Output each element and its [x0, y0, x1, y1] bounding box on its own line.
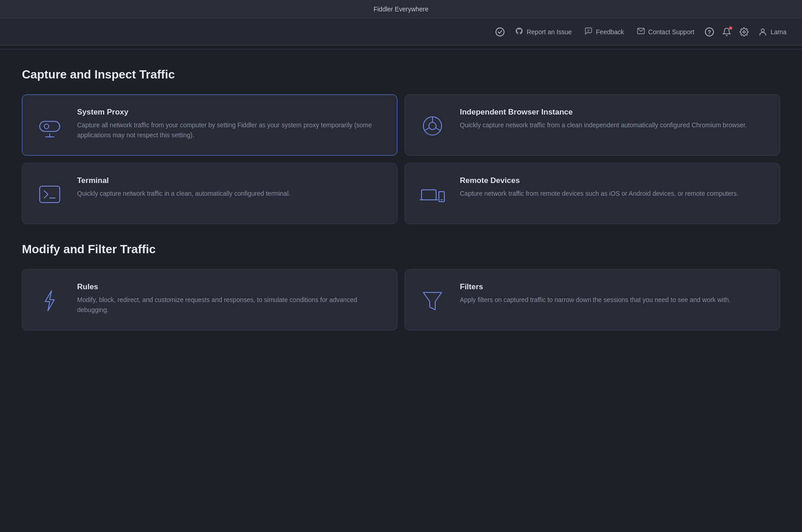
svg-line-16 [436, 128, 440, 130]
rules-desc: Modify, block, redirect, and customize r… [77, 295, 386, 315]
system-proxy-title: System Proxy [77, 108, 386, 117]
svg-line-15 [425, 128, 429, 130]
filters-body: Filters Apply filters on captured traffi… [460, 282, 769, 305]
svg-point-9 [44, 124, 49, 129]
system-proxy-card[interactable]: System Proxy Capture all network traffic… [22, 94, 397, 156]
rules-title: Rules [77, 282, 386, 292]
header-divider [0, 46, 802, 49]
rules-card[interactable]: Rules Modify, block, redirect, and custo… [22, 269, 397, 330]
svg-point-0 [496, 28, 504, 36]
user-menu-button[interactable]: Lama [754, 25, 791, 39]
rules-body: Rules Modify, block, redirect, and custo… [77, 282, 386, 315]
remote-devices-desc: Capture network traffic from remote devi… [460, 189, 769, 199]
filters-icon [416, 284, 449, 317]
feedback-button[interactable]: Feedback [579, 24, 629, 39]
report-issue-label: Report an Issue [526, 28, 572, 36]
contact-support-label: Contact Support [648, 28, 694, 36]
feedback-label: Feedback [596, 28, 624, 36]
svg-text:?: ? [708, 29, 711, 36]
browser-instance-icon [416, 110, 449, 142]
user-icon [758, 27, 767, 37]
svg-rect-19 [422, 190, 436, 200]
check-circle-icon [495, 27, 505, 37]
modify-section-title: Modify and Filter Traffic [22, 242, 780, 256]
browser-instance-title: Independent Browser Instance [460, 108, 769, 117]
remote-devices-body: Remote Devices Capture network traffic f… [460, 176, 769, 199]
status-icon-button[interactable] [492, 24, 508, 40]
user-name: Lama [771, 28, 786, 36]
title-bar: Fiddler Everywhere [0, 0, 802, 18]
terminal-body: Terminal Quickly capture network traffic… [77, 176, 386, 199]
svg-point-13 [429, 122, 436, 130]
svg-point-6 [743, 31, 745, 33]
main-content: Capture and Inspect Traffic System Proxy… [0, 49, 802, 367]
filters-desc: Apply filters on captured traffic to nar… [460, 295, 769, 305]
contact-support-button[interactable]: Contact Support [631, 24, 700, 39]
browser-instance-desc: Quickly capture network traffic from a c… [460, 120, 769, 130]
feedback-icon [584, 27, 593, 37]
header: Report an Issue Feedback Contact Support [0, 18, 802, 46]
notifications-button[interactable] [719, 24, 734, 40]
notification-badge [729, 26, 733, 30]
settings-button[interactable] [736, 24, 752, 40]
mail-icon [637, 27, 645, 37]
terminal-icon [33, 178, 66, 211]
terminal-title: Terminal [77, 176, 386, 185]
capture-section: Capture and Inspect Traffic System Proxy… [22, 68, 780, 224]
report-issue-button[interactable]: Report an Issue [510, 24, 577, 39]
browser-instance-body: Independent Browser Instance Quickly cap… [460, 108, 769, 130]
help-icon: ? [705, 27, 714, 37]
remote-devices-icon [416, 178, 449, 211]
capture-section-title: Capture and Inspect Traffic [22, 68, 780, 82]
rules-icon [33, 284, 66, 317]
app-title: Fiddler Everywhere [374, 5, 429, 13]
system-proxy-desc: Capture all network traffic from your co… [77, 120, 386, 140]
capture-cards-grid: System Proxy Capture all network traffic… [22, 94, 780, 224]
github-icon [515, 27, 523, 37]
terminal-card[interactable]: Terminal Quickly capture network traffic… [22, 163, 397, 224]
remote-devices-card[interactable]: Remote Devices Capture network traffic f… [405, 163, 780, 224]
help-button[interactable]: ? [702, 24, 717, 40]
svg-rect-17 [40, 186, 60, 203]
modify-cards-grid: Rules Modify, block, redirect, and custo… [22, 269, 780, 330]
system-proxy-icon [33, 110, 66, 142]
svg-point-7 [761, 29, 765, 32]
svg-rect-8 [40, 121, 60, 131]
gear-icon [740, 27, 749, 37]
browser-instance-card[interactable]: Independent Browser Instance Quickly cap… [405, 94, 780, 156]
remote-devices-title: Remote Devices [460, 176, 769, 185]
filters-card[interactable]: Filters Apply filters on captured traffi… [405, 269, 780, 330]
system-proxy-body: System Proxy Capture all network traffic… [77, 108, 386, 140]
terminal-desc: Quickly capture network traffic in a cle… [77, 189, 386, 199]
filters-title: Filters [460, 282, 769, 292]
modify-section: Modify and Filter Traffic Rules Modify, … [22, 242, 780, 330]
svg-marker-23 [423, 292, 442, 310]
header-nav: Report an Issue Feedback Contact Support [492, 24, 791, 40]
